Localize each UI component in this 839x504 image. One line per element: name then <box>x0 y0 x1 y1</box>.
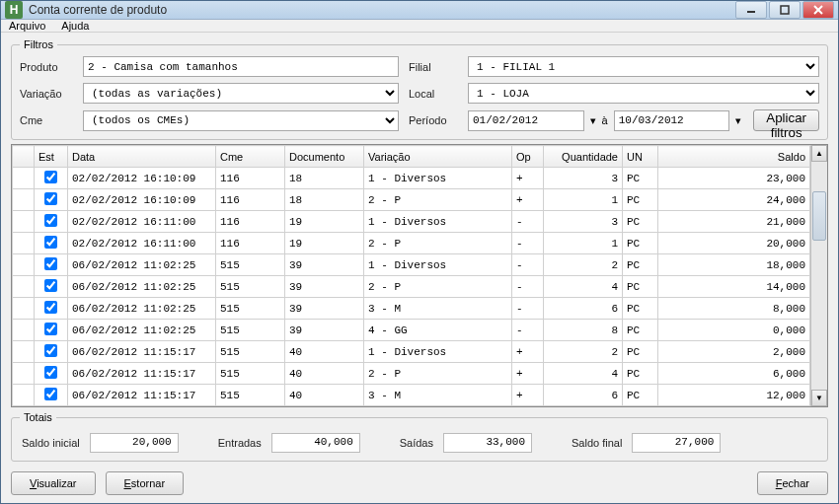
col-saldo[interactable]: Saldo <box>658 146 810 168</box>
cell-data: 02/02/2012 16:11:00 <box>68 211 216 233</box>
est-checkbox[interactable] <box>44 344 57 357</box>
table-row[interactable]: 06/02/2012 11:02:25515392 - P-4PC14,000 <box>13 276 810 298</box>
cell-op: - <box>512 320 544 341</box>
cell-un: PC <box>623 254 658 276</box>
estornar-button[interactable]: Estornar <box>106 471 185 495</box>
cell-documento: 39 <box>285 298 364 320</box>
cell-variacao: 1 - Diversos <box>364 168 512 189</box>
cell-op: - <box>512 211 544 233</box>
cell-cme: 515 <box>216 341 285 363</box>
cell-quantidade: 1 <box>544 189 623 211</box>
maximize-button[interactable] <box>769 1 801 19</box>
app-icon: H <box>5 1 23 19</box>
cell-op: + <box>512 341 544 363</box>
est-checkbox[interactable] <box>44 301 57 314</box>
cell-variacao: 2 - P <box>364 363 512 385</box>
cell-cme: 116 <box>216 168 285 189</box>
periodo-to-input[interactable] <box>614 110 730 131</box>
produto-input[interactable] <box>83 56 399 77</box>
cell-un: PC <box>623 320 658 341</box>
col-quantidade[interactable]: Quantidade <box>544 146 623 168</box>
cell-variacao: 2 - P <box>364 233 512 254</box>
cell-cme: 515 <box>216 254 285 276</box>
col-data[interactable]: Data <box>68 146 216 168</box>
totals-legend: Totais <box>20 411 56 423</box>
cell-cme: 116 <box>216 233 285 254</box>
est-checkbox[interactable] <box>44 171 57 183</box>
col-est[interactable]: Est <box>35 146 68 168</box>
vertical-scrollbar[interactable]: ▲ ▼ <box>810 145 827 406</box>
cell-data: 06/02/2012 11:02:25 <box>68 298 216 320</box>
variacao-label: Variação <box>20 88 73 100</box>
table-row[interactable]: 02/02/2012 16:11:00116191 - Diversos-3PC… <box>13 211 810 233</box>
cell-variacao: 1 - Diversos <box>364 211 512 233</box>
aplicar-filtros-button[interactable]: Aplicar filtros <box>753 109 819 131</box>
menu-ajuda[interactable]: Ajuda <box>61 20 89 32</box>
periodo-label: Período <box>409 114 458 126</box>
local-select[interactable]: 1 - LOJA <box>468 83 819 104</box>
col-op[interactable]: Op <box>512 146 544 168</box>
table-row[interactable]: 06/02/2012 11:02:25515391 - Diversos-2PC… <box>13 254 810 276</box>
col-variacao[interactable]: Variação <box>364 146 512 168</box>
est-checkbox[interactable] <box>44 214 57 227</box>
saidas-value: 33,000 <box>443 433 532 453</box>
cell-variacao: 3 - M <box>364 298 512 320</box>
cell-documento: 18 <box>285 189 364 211</box>
est-checkbox[interactable] <box>44 323 57 335</box>
menu-arquivo[interactable]: Arquivo <box>9 20 45 32</box>
minimize-button[interactable] <box>735 1 767 19</box>
filters-legend: Filtros <box>20 38 57 50</box>
table-row[interactable]: 06/02/2012 11:15:17515401 - Diversos+2PC… <box>13 341 810 363</box>
table-row[interactable]: 06/02/2012 11:02:25515394 - GG-8PC0,000 <box>13 320 810 341</box>
periodo-separator: à <box>602 114 608 126</box>
cell-data: 02/02/2012 16:11:00 <box>68 233 216 254</box>
saldo-inicial-value: 20,000 <box>90 433 179 453</box>
fechar-button[interactable]: Fechar <box>757 471 828 495</box>
table-row[interactable]: 02/02/2012 16:10:09116182 - P+1PC24,000 <box>13 189 810 211</box>
table-row[interactable]: 06/02/2012 11:15:17515403 - M+6PC12,000 <box>13 385 810 406</box>
table-row[interactable]: 02/02/2012 16:10:09116181 - Diversos+3PC… <box>13 168 810 189</box>
cell-saldo: 6,000 <box>658 363 810 385</box>
cell-data: 06/02/2012 11:02:25 <box>68 254 216 276</box>
cell-op: + <box>512 363 544 385</box>
scroll-up-icon[interactable]: ▲ <box>811 145 827 162</box>
cme-select[interactable]: (todos os CMEs) <box>83 110 399 131</box>
chevron-down-icon[interactable]: ▾ <box>590 114 596 127</box>
data-table: Est Data Cme Documento Variação Op Quant… <box>11 144 828 407</box>
cell-saldo: 0,000 <box>658 320 810 341</box>
est-checkbox[interactable] <box>44 236 57 249</box>
cell-documento: 39 <box>285 320 364 341</box>
table-row[interactable]: 06/02/2012 11:15:17515402 - P+4PC6,000 <box>13 363 810 385</box>
table-row[interactable]: 02/02/2012 16:11:00116192 - P-1PC20,000 <box>13 233 810 254</box>
table-row[interactable]: 06/02/2012 11:02:25515393 - M-6PC8,000 <box>13 298 810 320</box>
menubar: Arquivo Ajuda <box>1 20 838 33</box>
window: H Conta corrente de produto Arquivo Ajud… <box>0 0 839 504</box>
est-checkbox[interactable] <box>44 192 57 205</box>
cell-quantidade: 6 <box>544 298 623 320</box>
chevron-down-icon[interactable]: ▾ <box>735 114 741 127</box>
col-cme[interactable]: Cme <box>216 146 285 168</box>
scrollbar-thumb[interactable] <box>812 191 826 241</box>
cell-un: PC <box>623 168 658 189</box>
periodo-from-input[interactable] <box>468 110 584 131</box>
visualizar-button[interactable]: Visualizar <box>11 471 96 495</box>
titlebar[interactable]: H Conta corrente de produto <box>1 1 838 20</box>
est-checkbox[interactable] <box>44 388 57 400</box>
close-button[interactable] <box>802 1 834 19</box>
col-documento[interactable]: Documento <box>285 146 364 168</box>
est-checkbox[interactable] <box>44 257 57 270</box>
cell-saldo: 2,000 <box>658 341 810 363</box>
est-checkbox[interactable] <box>44 279 57 292</box>
cell-op: + <box>512 168 544 189</box>
scroll-down-icon[interactable]: ▼ <box>811 390 827 406</box>
cell-data: 02/02/2012 16:10:09 <box>68 168 216 189</box>
cell-data: 06/02/2012 11:15:17 <box>68 363 216 385</box>
col-un[interactable]: UN <box>623 146 658 168</box>
saidas-label: Saídas <box>400 437 433 449</box>
cell-op: + <box>512 385 544 406</box>
est-checkbox[interactable] <box>44 366 57 379</box>
filters-group: Filtros Produto Filial 1 - FILIAL 1 Vari… <box>11 38 828 140</box>
variacao-select[interactable]: (todas as variações) <box>83 83 399 104</box>
filial-select[interactable]: 1 - FILIAL 1 <box>468 56 819 77</box>
cme-label: Cme <box>20 114 73 126</box>
